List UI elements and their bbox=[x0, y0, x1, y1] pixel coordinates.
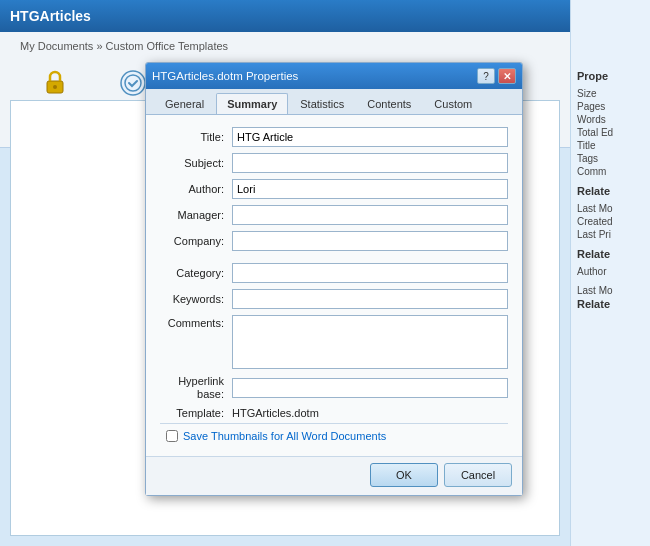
related-section-1: Relate Last Mo Created Last Pri bbox=[577, 185, 644, 240]
dialog-titlebar: HTGArticles.dotm Properties ? ✕ bbox=[146, 63, 522, 89]
field-manager-label: Manager: bbox=[160, 209, 232, 221]
dialog-title: HTGArticles.dotm Properties bbox=[152, 70, 298, 82]
field-keywords-row: Keywords: bbox=[160, 289, 508, 309]
field-subject-label: Subject: bbox=[160, 157, 232, 169]
prop-words: Words bbox=[577, 114, 644, 125]
field-title-input[interactable] bbox=[232, 127, 508, 147]
prop-pages: Pages bbox=[577, 101, 644, 112]
field-keywords-input[interactable] bbox=[232, 289, 508, 309]
ok-button[interactable]: OK bbox=[370, 463, 438, 487]
prop-total-ed: Total Ed bbox=[577, 127, 644, 138]
relate-last-mo-1: Last Mo bbox=[577, 203, 644, 214]
tab-custom[interactable]: Custom bbox=[423, 93, 483, 114]
field-template-row: Template: HTGArticles.dotm bbox=[160, 407, 508, 419]
field-category-input[interactable] bbox=[232, 263, 508, 283]
field-comments-label: Comments: bbox=[160, 317, 232, 329]
tab-contents[interactable]: Contents bbox=[356, 93, 422, 114]
field-author-label: Author: bbox=[160, 183, 232, 195]
field-comments-row: Comments: bbox=[160, 315, 508, 369]
dialog-close-button[interactable]: ✕ bbox=[498, 68, 516, 84]
dialog-tabs: General Summary Statistics Contents Cust… bbox=[146, 89, 522, 115]
svg-point-1 bbox=[53, 85, 57, 89]
tab-general[interactable]: General bbox=[154, 93, 215, 114]
dialog-help-button[interactable]: ? bbox=[477, 68, 495, 84]
breadcrumb: My Documents » Custom Office Templates bbox=[20, 40, 630, 52]
word-titlebar: HTGArticles bbox=[0, 0, 650, 32]
tab-statistics[interactable]: Statistics bbox=[289, 93, 355, 114]
field-keywords-label: Keywords: bbox=[160, 293, 232, 305]
checkbox-thumbnails-row: Save Thumbnails for All Word Documents bbox=[160, 423, 508, 446]
field-category-row: Category: bbox=[160, 263, 508, 283]
field-hyperlink-row: Hyperlinkbase: bbox=[160, 375, 508, 401]
relate-author: Author bbox=[577, 266, 644, 277]
prop-size: Size bbox=[577, 88, 644, 99]
dialog-footer: OK Cancel bbox=[146, 456, 522, 495]
field-company-input[interactable] bbox=[232, 231, 508, 251]
relate-2-title: Relate bbox=[577, 248, 644, 260]
right-panel-title: Prope bbox=[577, 70, 644, 82]
dialog-control-buttons: ? ✕ bbox=[477, 68, 516, 84]
field-template-label: Template: bbox=[160, 407, 232, 419]
field-comments-input[interactable] bbox=[232, 315, 508, 369]
tab-summary[interactable]: Summary bbox=[216, 93, 288, 114]
field-title-row: Title: bbox=[160, 127, 508, 147]
checkbox-thumbnails[interactable] bbox=[166, 430, 178, 442]
field-author-row: Author: bbox=[160, 179, 508, 199]
field-company-row: Company: bbox=[160, 231, 508, 251]
field-author-input[interactable] bbox=[232, 179, 508, 199]
right-properties-panel: Prope Size Pages Words Total Ed Title Ta… bbox=[570, 0, 650, 546]
field-subject-row: Subject: bbox=[160, 153, 508, 173]
relate-last-pri: Last Pri bbox=[577, 229, 644, 240]
field-title-label: Title: bbox=[160, 131, 232, 143]
relate-last-mo-2: Last Mo bbox=[577, 285, 644, 296]
related-section-2: Relate Author bbox=[577, 248, 644, 277]
field-manager-row: Manager: bbox=[160, 205, 508, 225]
field-company-label: Company: bbox=[160, 235, 232, 247]
cancel-button[interactable]: Cancel bbox=[444, 463, 512, 487]
field-category-label: Category: bbox=[160, 267, 232, 279]
checkbox-thumbnails-label: Save Thumbnails for All Word Documents bbox=[183, 430, 386, 442]
relate-3-title: Relate bbox=[577, 298, 644, 310]
field-manager-input[interactable] bbox=[232, 205, 508, 225]
prop-tags: Tags bbox=[577, 153, 644, 164]
relate-1-title: Relate bbox=[577, 185, 644, 197]
lock-icon bbox=[39, 67, 71, 99]
field-template-value: HTGArticles.dotm bbox=[232, 407, 319, 419]
properties-dialog: HTGArticles.dotm Properties ? ✕ General … bbox=[145, 62, 523, 496]
word-app-title: HTGArticles bbox=[10, 8, 91, 24]
related-section-3: Last Mo Relate bbox=[577, 285, 644, 310]
field-hyperlink-label: Hyperlinkbase: bbox=[160, 375, 232, 401]
dialog-form: Title: Subject: Author: Manager: Company… bbox=[146, 115, 522, 456]
field-hyperlink-input[interactable] bbox=[232, 378, 508, 398]
field-subject-input[interactable] bbox=[232, 153, 508, 173]
prop-title: Title bbox=[577, 140, 644, 151]
prop-comm: Comm bbox=[577, 166, 644, 177]
relate-created: Created bbox=[577, 216, 644, 227]
